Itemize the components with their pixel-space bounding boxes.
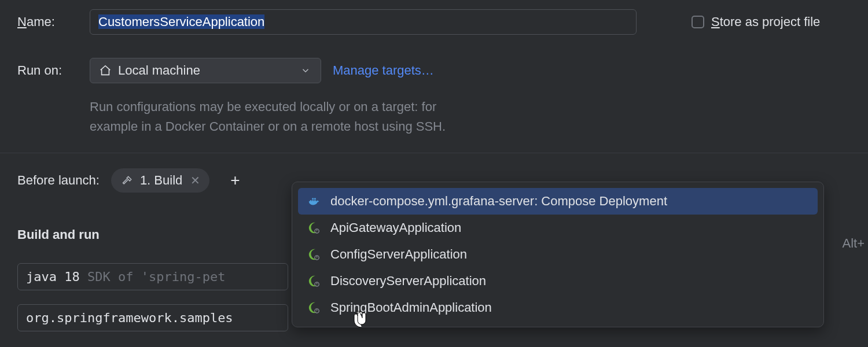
checkbox-box[interactable] (692, 16, 704, 28)
spring-boot-icon (307, 274, 321, 288)
run-on-hint: Run configurations may be executed local… (0, 97, 868, 136)
svg-rect-3 (312, 198, 314, 200)
hammer-icon (120, 174, 134, 187)
popup-item-label: docker-compose.yml.grafana-server: Compo… (330, 194, 667, 209)
store-as-project-file-checkbox[interactable]: Store as project file (692, 14, 820, 29)
before-launch-chip[interactable]: 1. Build ✕ (111, 168, 209, 193)
run-on-dropdown[interactable]: Local machine (90, 58, 321, 83)
main-class-field[interactable]: org.springframework.samples (17, 304, 288, 331)
sdk-field[interactable]: java 18 SDK of 'spring-pet (17, 263, 288, 290)
run-config-popup: docker-compose.yml.grafana-server: Compo… (292, 182, 824, 327)
spring-boot-icon (307, 301, 321, 315)
shortcut-hint: Alt+ (842, 236, 865, 251)
home-icon (98, 64, 112, 77)
name-label: Name: (0, 14, 90, 29)
docker-icon (307, 194, 321, 208)
before-launch-label: Before launch: (0, 173, 100, 188)
popup-item-label: ConfigServerApplication (330, 247, 467, 262)
name-input[interactable]: CustomersServiceApplication (90, 9, 637, 35)
chip-label: 1. Build (140, 173, 182, 188)
chevron-down-icon (299, 64, 312, 77)
popup-item-label: DiscoveryServerApplication (330, 274, 486, 289)
store-label: Store as project file (711, 14, 820, 29)
popup-item-label: ApiGatewayApplication (330, 220, 461, 235)
run-on-value: Local machine (118, 63, 200, 78)
popup-item-apigateway[interactable]: ApiGatewayApplication (298, 215, 818, 241)
popup-item-discoveryserver[interactable]: DiscoveryServerApplication (298, 268, 818, 294)
chip-remove-icon[interactable]: ✕ (190, 174, 200, 187)
run-on-label: Run on: (0, 63, 90, 78)
popup-item-label: SpringBootAdminApplication (330, 300, 492, 315)
manage-targets-link[interactable]: Manage targets… (333, 63, 434, 78)
popup-item-docker[interactable]: docker-compose.yml.grafana-server: Compo… (298, 188, 818, 215)
svg-rect-4 (314, 198, 316, 200)
spring-boot-icon (307, 221, 321, 235)
divider (0, 153, 868, 153)
spring-boot-icon (307, 248, 321, 261)
add-before-launch-button[interactable]: + (230, 171, 240, 190)
popup-item-configserver[interactable]: ConfigServerApplication (298, 241, 818, 268)
popup-item-springbootadmin[interactable]: SpringBootAdminApplication (298, 294, 818, 321)
